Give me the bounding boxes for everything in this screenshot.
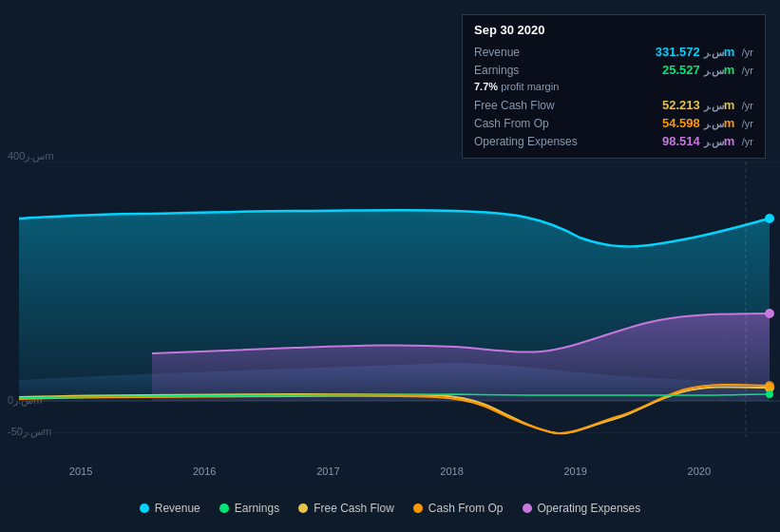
revenue-dot <box>765 214 774 223</box>
legend-label-fcf: Free Cash Flow <box>314 502 394 515</box>
tooltip-row-revenue: Revenue 331.572س.رm /yr <box>474 43 753 61</box>
legend: Revenue Earnings Free Cash Flow Cash Fro… <box>0 502 780 515</box>
legend-dot-revenue <box>140 504 149 513</box>
tooltip-title: Sep 30 2020 <box>474 23 753 37</box>
x-label-2015: 2015 <box>69 466 92 477</box>
legend-dot-earnings <box>219 504 229 513</box>
tooltip-value-revenue: 331.572س.رm /yr <box>656 45 753 59</box>
tooltip-value-opex: 98.514س.رm /yr <box>662 134 753 148</box>
tooltip-row-opex: Operating Expenses 98.514س.رm /yr <box>474 132 753 150</box>
earnings-dot <box>766 390 773 398</box>
x-label-2016: 2016 <box>193 466 216 477</box>
legend-label-revenue: Revenue <box>155 502 200 515</box>
legend-dot-opex <box>523 504 532 513</box>
tooltip-label-earnings: Earnings <box>474 64 519 77</box>
legend-label-earnings: Earnings <box>235 502 279 515</box>
legend-label-cfo: Cash From Op <box>428 502 504 515</box>
tooltip-value-cfo: 54.598س.رm /yr <box>662 116 753 130</box>
x-label-2017: 2017 <box>316 466 339 477</box>
tooltip-label-cfo: Cash From Op <box>474 117 549 130</box>
x-label-2019: 2019 <box>563 466 586 477</box>
chart-container: Sep 30 2020 Revenue 331.572س.رm /yr Earn… <box>0 0 780 532</box>
tooltip-label-fcf: Free Cash Flow <box>474 99 555 112</box>
legend-dot-fcf <box>298 504 308 513</box>
tooltip-label-revenue: Revenue <box>474 46 520 59</box>
tooltip-row-fcf: Free Cash Flow 52.213س.رm /yr <box>474 96 753 114</box>
tooltip-row-earnings: Earnings 25.527س.رm /yr <box>474 61 753 79</box>
cfo-dot <box>765 381 774 390</box>
legend-dot-cfo <box>413 504 423 513</box>
legend-item-revenue[interactable]: Revenue <box>140 502 200 515</box>
tooltip-box: Sep 30 2020 Revenue 331.572س.رm /yr Earn… <box>462 14 766 159</box>
legend-label-opex: Operating Expenses <box>538 502 641 515</box>
tooltip-row-cfo: Cash From Op 54.598س.رm /yr <box>474 114 753 132</box>
legend-item-opex[interactable]: Operating Expenses <box>523 502 641 515</box>
x-axis-labels: 2015 2016 2017 2018 2019 2020 <box>0 466 780 477</box>
tooltip-value-earnings: 25.527س.رm /yr <box>662 63 753 77</box>
tooltip-label-opex: Operating Expenses <box>474 135 578 148</box>
x-label-2018: 2018 <box>440 466 463 477</box>
profit-margin: 7.7% profit margin <box>474 81 753 92</box>
legend-item-fcf[interactable]: Free Cash Flow <box>298 502 394 515</box>
opex-dot <box>765 309 774 318</box>
legend-item-earnings[interactable]: Earnings <box>219 502 279 515</box>
x-label-2020: 2020 <box>688 466 711 477</box>
legend-item-cfo[interactable]: Cash From Op <box>413 502 504 515</box>
tooltip-value-fcf: 52.213س.رm /yr <box>662 98 753 112</box>
